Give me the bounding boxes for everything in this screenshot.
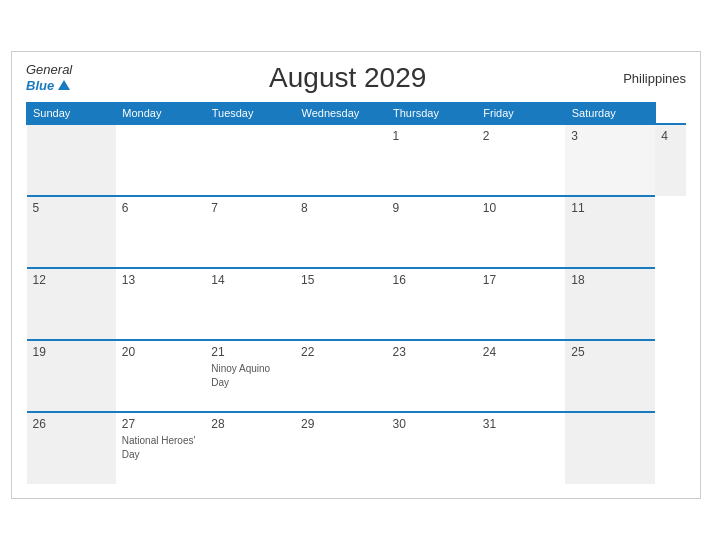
day-number: 24 bbox=[483, 345, 560, 359]
day-number: 6 bbox=[122, 201, 199, 215]
day-number: 11 bbox=[571, 201, 649, 215]
calendar-week-row: 2627National Heroes' Day28293031 bbox=[27, 412, 687, 484]
day-number: 13 bbox=[122, 273, 199, 287]
day-number: 9 bbox=[393, 201, 471, 215]
day-number: 4 bbox=[661, 129, 668, 143]
day-number: 19 bbox=[33, 345, 110, 359]
col-header-tuesday: Tuesday bbox=[205, 103, 295, 125]
calendar-header: General Blue August 2029 Philippines bbox=[26, 62, 686, 94]
day-number: 31 bbox=[483, 417, 560, 431]
calendar-day: 12 bbox=[27, 268, 116, 340]
day-number: 3 bbox=[571, 129, 649, 143]
day-number: 17 bbox=[483, 273, 560, 287]
calendar-day: 24 bbox=[477, 340, 566, 412]
calendar-day: 31 bbox=[477, 412, 566, 484]
empty-cell bbox=[116, 124, 205, 196]
calendar-day: 1 bbox=[387, 124, 477, 196]
calendar-day: 19 bbox=[27, 340, 116, 412]
calendar-day: 4 bbox=[655, 124, 674, 196]
day-number: 27 bbox=[122, 417, 199, 431]
calendar-day: 8 bbox=[295, 196, 387, 268]
calendar-day bbox=[565, 412, 655, 484]
calendar-day: 18 bbox=[565, 268, 655, 340]
day-number: 12 bbox=[33, 273, 110, 287]
calendar-title: August 2029 bbox=[72, 62, 623, 94]
col-header-friday: Friday bbox=[477, 103, 566, 125]
calendar-day: 7 bbox=[205, 196, 295, 268]
calendar-day: 5 bbox=[27, 196, 116, 268]
calendar-week-row: 1234 bbox=[27, 124, 687, 196]
day-number: 10 bbox=[483, 201, 560, 215]
calendar-day: 15 bbox=[295, 268, 387, 340]
holiday-name: National Heroes' Day bbox=[122, 435, 196, 460]
calendar-week-row: 12131415161718 bbox=[27, 268, 687, 340]
calendar-day: 14 bbox=[205, 268, 295, 340]
day-number: 30 bbox=[393, 417, 471, 431]
holiday-name: Ninoy Aquino Day bbox=[211, 363, 270, 388]
day-number: 20 bbox=[122, 345, 199, 359]
day-number: 23 bbox=[393, 345, 471, 359]
day-number: 18 bbox=[571, 273, 649, 287]
calendar-header-row: Sunday Monday Tuesday Wednesday Thursday… bbox=[27, 103, 687, 125]
calendar-day: 10 bbox=[477, 196, 566, 268]
calendar-day: 21Ninoy Aquino Day bbox=[205, 340, 295, 412]
calendar-country: Philippines bbox=[623, 71, 686, 86]
col-header-thursday: Thursday bbox=[387, 103, 477, 125]
logo-triangle-icon bbox=[58, 80, 70, 90]
calendar-day: 27National Heroes' Day bbox=[116, 412, 205, 484]
calendar-day: 28 bbox=[205, 412, 295, 484]
col-header-wednesday: Wednesday bbox=[295, 103, 387, 125]
day-number: 5 bbox=[33, 201, 110, 215]
logo-general-text: General bbox=[26, 63, 72, 77]
calendar-day: 17 bbox=[477, 268, 566, 340]
calendar-week-row: 567891011 bbox=[27, 196, 687, 268]
calendar-day: 30 bbox=[387, 412, 477, 484]
calendar-day: 3 bbox=[565, 124, 655, 196]
calendar-day: 22 bbox=[295, 340, 387, 412]
calendar-day: 20 bbox=[116, 340, 205, 412]
logo: General Blue bbox=[26, 63, 72, 92]
col-header-saturday: Saturday bbox=[565, 103, 655, 125]
calendar-day bbox=[295, 124, 387, 196]
calendar-day: 29 bbox=[295, 412, 387, 484]
day-number: 1 bbox=[393, 129, 471, 143]
day-number: 25 bbox=[571, 345, 649, 359]
empty-cell bbox=[27, 124, 116, 196]
calendar-table: Sunday Monday Tuesday Wednesday Thursday… bbox=[26, 102, 686, 484]
calendar-day: 9 bbox=[387, 196, 477, 268]
day-number: 21 bbox=[211, 345, 289, 359]
day-number: 28 bbox=[211, 417, 289, 431]
day-number: 2 bbox=[483, 129, 560, 143]
day-number: 15 bbox=[301, 273, 381, 287]
empty-cell bbox=[674, 124, 686, 196]
calendar-day: 16 bbox=[387, 268, 477, 340]
calendar-week-row: 192021Ninoy Aquino Day22232425 bbox=[27, 340, 687, 412]
calendar-container: General Blue August 2029 Philippines Sun… bbox=[11, 51, 701, 499]
calendar-day bbox=[205, 124, 295, 196]
day-number: 29 bbox=[301, 417, 381, 431]
calendar-day: 11 bbox=[565, 196, 655, 268]
day-number: 14 bbox=[211, 273, 289, 287]
col-header-monday: Monday bbox=[116, 103, 205, 125]
logo-blue-text: Blue bbox=[26, 78, 70, 93]
calendar-day: 13 bbox=[116, 268, 205, 340]
calendar-day: 23 bbox=[387, 340, 477, 412]
day-number: 16 bbox=[393, 273, 471, 287]
day-number: 8 bbox=[301, 201, 381, 215]
day-number: 7 bbox=[211, 201, 289, 215]
calendar-day: 2 bbox=[477, 124, 566, 196]
day-number: 22 bbox=[301, 345, 381, 359]
col-header-sunday: Sunday bbox=[27, 103, 116, 125]
calendar-day: 25 bbox=[565, 340, 655, 412]
calendar-day: 6 bbox=[116, 196, 205, 268]
day-number: 26 bbox=[33, 417, 110, 431]
calendar-day: 26 bbox=[27, 412, 116, 484]
